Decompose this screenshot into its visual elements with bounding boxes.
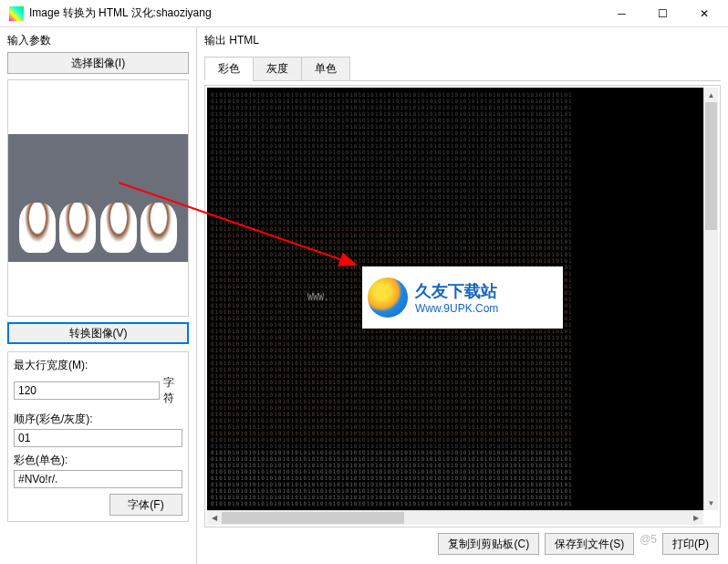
order-input[interactable] [14, 429, 182, 447]
color-input[interactable] [14, 470, 182, 488]
preview-content [59, 203, 96, 253]
output-panel: 输出 HTML 彩色 灰度 单色 01010101010101010101010… [197, 27, 728, 564]
output-viewer: 0101010101010101010101010101010101010101… [204, 85, 721, 527]
order-label: 顺序(彩色/灰度): [14, 412, 182, 427]
scroll-up-icon[interactable]: ▲ [704, 88, 718, 102]
max-width-label: 最大行宽度(M): [14, 358, 182, 373]
output-actions: 复制到剪贴板(C) 保存到文件(S) @5 打印(P) [204, 527, 721, 560]
horizontal-scrollbar[interactable]: ◀ ▶ [207, 510, 703, 525]
title-bar: Image 转换为 HTML 汉化:shaoziyang ─ ☐ ✕ [0, 0, 728, 27]
scroll-right-icon[interactable]: ▶ [689, 511, 703, 525]
font-button[interactable]: 字体(F) [109, 494, 182, 516]
minimize-button[interactable]: ─ [601, 0, 642, 26]
max-width-suffix: 字符 [163, 375, 182, 406]
scroll-down-icon[interactable]: ▼ [704, 496, 718, 510]
preview-image [8, 134, 188, 262]
convert-image-button[interactable]: 转换图像(V) [7, 322, 189, 344]
image-preview-area [7, 79, 189, 317]
output-panel-label: 输出 HTML [204, 33, 721, 48]
preview-content [140, 203, 177, 253]
preview-content [100, 203, 137, 253]
app-icon [9, 6, 24, 21]
watermark-overlay: WWW. 久友下载站 Www.9UPK.Com [362, 266, 563, 329]
vertical-scrollbar[interactable]: ▲ ▼ [703, 88, 718, 510]
copy-clipboard-button[interactable]: 复制到剪贴板(C) [438, 533, 539, 555]
options-section: 最大行宽度(M): 字符 顺序(彩色/灰度): 彩色(单色): 字体(F) [7, 351, 189, 522]
preview-content [19, 203, 56, 253]
input-params-panel: 输入参数 选择图像(I) 转换图像(V) 最大行宽度(M): 字符 [0, 27, 197, 564]
max-width-input[interactable] [14, 381, 160, 400]
watermark-left-text: WWW. [307, 292, 329, 302]
color-label: 彩色(单色): [14, 453, 182, 468]
tab-grayscale[interactable]: 灰度 [253, 57, 302, 81]
input-panel-label: 输入参数 [7, 33, 189, 48]
print-button[interactable]: 打印(P) [662, 533, 719, 555]
output-tabs: 彩色 灰度 单色 [204, 56, 721, 81]
hscroll-thumb[interactable] [222, 512, 404, 524]
tab-color[interactable]: 彩色 [204, 57, 254, 81]
window-title: Image 转换为 HTML 汉化:shaoziyang [29, 5, 601, 21]
maximize-button[interactable]: ☐ [642, 0, 683, 26]
vscroll-thumb[interactable] [705, 102, 717, 230]
tab-mono[interactable]: 单色 [301, 57, 350, 81]
watermark-logo-icon [368, 277, 408, 318]
footer-note: @5 [640, 533, 657, 555]
close-button[interactable]: ✕ [683, 0, 724, 26]
watermark-cn-text: 久友下载站 [415, 280, 498, 302]
save-file-button[interactable]: 保存到文件(S) [545, 533, 634, 555]
watermark-en-text: Www.9UPK.Com [415, 302, 498, 315]
scroll-left-icon[interactable]: ◀ [207, 511, 222, 525]
select-image-button[interactable]: 选择图像(I) [7, 52, 189, 74]
